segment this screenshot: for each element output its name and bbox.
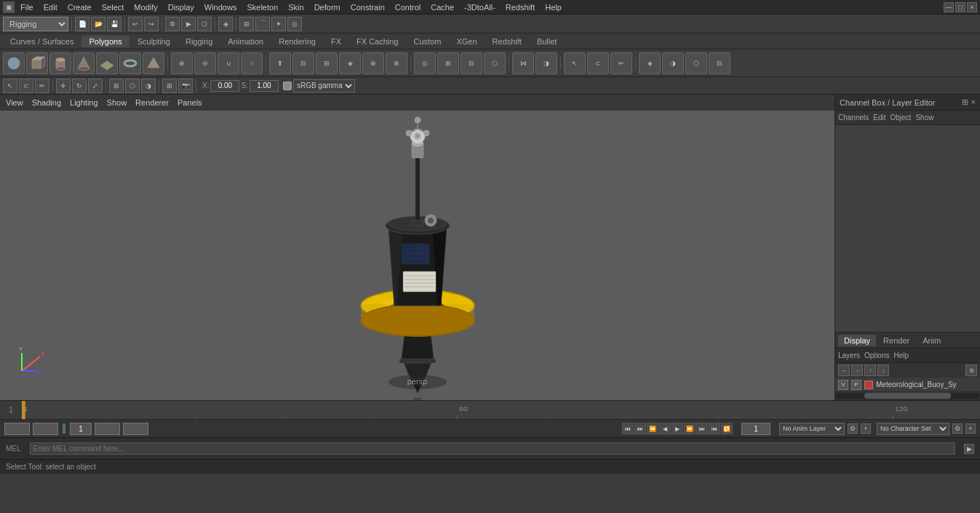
minimize-icon[interactable]: —	[944, 2, 954, 12]
scale-tool-icon[interactable]: ⤢	[88, 79, 103, 93]
combine-icon[interactable]: ⊕	[171, 52, 193, 74]
channel-box-close-icon[interactable]: ×	[971, 98, 976, 107]
mel-execute-icon[interactable]: ▶	[964, 444, 974, 454]
snap-to-view-icon[interactable]: ◎	[287, 17, 302, 31]
layers-scrollbar[interactable]	[835, 393, 980, 400]
separate-icon[interactable]: ⊖	[194, 52, 216, 74]
anim-layer-select[interactable]: No Anim Layer	[779, 423, 845, 435]
scale-input[interactable]: 1.00	[250, 80, 279, 92]
shelf-tab-polygons[interactable]: Polygons	[81, 36, 129, 47]
move-up-icon[interactable]: ↑	[864, 365, 876, 376]
paint-icon[interactable]: ✏	[610, 52, 632, 74]
xray-icon[interactable]: ◈	[639, 52, 661, 74]
vp-menu-shading[interactable]: Shading	[32, 98, 61, 107]
save-scene-icon[interactable]: 💾	[107, 17, 121, 31]
poly-torus-icon[interactable]	[119, 52, 141, 74]
smooth-shaded-icon[interactable]: ◑	[141, 79, 156, 93]
lasso-icon[interactable]: ⊂	[587, 52, 609, 74]
ipr-render-icon[interactable]: ⬡	[197, 17, 212, 31]
fill-hole-icon[interactable]: ◈	[339, 52, 361, 74]
rotate-tool-icon[interactable]: ↻	[72, 79, 87, 93]
wireframe-on-shaded-icon[interactable]: ⬡	[125, 79, 140, 93]
undo-icon[interactable]: ↩	[128, 17, 143, 31]
next-frame-btn[interactable]: ⏩	[684, 423, 696, 434]
merge-icon[interactable]: ⊕	[362, 52, 384, 74]
time-ruler[interactable]: 1 60 120	[22, 401, 980, 420]
poly-cone-icon[interactable]	[73, 52, 95, 74]
move-down-icon[interactable]: ↓	[877, 365, 889, 376]
bridge-icon[interactable]: ⊟	[292, 52, 314, 74]
mirror-icon[interactable]: ⋈	[512, 52, 534, 74]
play-fwd-btn[interactable]: ▶	[672, 423, 683, 434]
step-back-btn[interactable]: ⏭	[634, 423, 646, 434]
menu-display[interactable]: Display	[164, 1, 199, 13]
shelf-tab-curves[interactable]: Curves / Surfaces	[3, 36, 81, 47]
shelf-tab-rendering[interactable]: Rendering	[271, 36, 323, 47]
new-layer-icon[interactable]: ←	[838, 365, 850, 376]
goto-start-btn[interactable]: ⏮	[622, 423, 634, 434]
poly-cylinder-icon[interactable]	[49, 52, 71, 74]
grid-toggle-icon[interactable]: ⊞	[162, 79, 177, 93]
step-fwd-btn[interactable]: ⏭	[696, 423, 708, 434]
maximize-icon[interactable]: □	[955, 2, 965, 12]
menu-file[interactable]: File	[16, 1, 38, 13]
open-scene-icon[interactable]: 📂	[91, 17, 105, 31]
loop-btn[interactable]: 🔁	[721, 423, 733, 434]
disp-tab-anim[interactable]: Anim	[917, 335, 947, 346]
layer-options-icon[interactable]: ⚙	[965, 365, 977, 376]
shelf-tab-xgen[interactable]: XGen	[449, 36, 484, 47]
menu-cache[interactable]: Cache	[426, 1, 458, 13]
coord-x-input[interactable]: 0.00	[210, 80, 239, 92]
menu-control[interactable]: Control	[391, 1, 425, 13]
layer-row-meteorological[interactable]: V P Meteorological_Buoy_Sy	[835, 378, 980, 392]
layer-playback-btn[interactable]: P	[851, 380, 861, 390]
range-start-input[interactable]	[70, 423, 92, 435]
mode-selector[interactable]: Rigging Modeling Animation	[3, 17, 68, 31]
poly-cube-icon[interactable]	[26, 52, 48, 74]
move-tool-icon[interactable]: ✛	[56, 79, 71, 93]
mel-input-field[interactable]	[30, 442, 955, 455]
viewport-3d[interactable]: View Shading Lighting Show Renderer Pane…	[0, 95, 834, 400]
anim-layer-plus-icon[interactable]: +	[861, 423, 871, 434]
boolean-diff-icon[interactable]: ∩	[241, 52, 263, 74]
cb-tab-object[interactable]: Object	[891, 114, 912, 122]
poly-display-icon[interactable]: ⊞	[109, 79, 124, 93]
cb-tab-channels[interactable]: Channels	[838, 114, 869, 122]
vp-menu-panels[interactable]: Panels	[178, 98, 202, 107]
camera-tool-icon[interactable]: 📷	[178, 79, 193, 93]
select-tool-icon[interactable]: ↖	[3, 79, 17, 93]
offset-edge-icon[interactable]: ⊟	[461, 52, 482, 74]
shelf-tab-bullet[interactable]: Bullet	[530, 36, 565, 47]
disp-tab-render[interactable]: Render	[877, 335, 915, 346]
scrollbar-thumb[interactable]	[864, 393, 950, 399]
wireframe-icon[interactable]: ⬡	[685, 52, 707, 74]
vp-menu-view[interactable]: View	[6, 98, 23, 107]
anim-start-input[interactable]: 1	[4, 423, 30, 435]
menu-edit[interactable]: Edit	[39, 1, 62, 13]
menu-select[interactable]: Select	[97, 1, 129, 13]
select-icon[interactable]: ↖	[564, 52, 586, 74]
cb-tab-show[interactable]: Show	[915, 114, 933, 122]
shelf-tab-sculpting[interactable]: Sculpting	[130, 36, 178, 47]
display-settings-icon[interactable]: ◈	[218, 17, 233, 31]
menu-3dto[interactable]: -3DtoAll-	[460, 1, 500, 13]
cb-tab-edit[interactable]: Edit	[873, 114, 885, 122]
layers-menu-help[interactable]: Help	[893, 351, 909, 359]
snap-to-point-icon[interactable]: ✦	[271, 17, 286, 31]
close-icon[interactable]: ×	[967, 2, 977, 12]
edge-loop-icon[interactable]: ◎	[414, 52, 436, 74]
menu-skeleton[interactable]: Skeleton	[242, 1, 282, 13]
layer-visibility-btn[interactable]: V	[838, 380, 848, 390]
shelf-tab-rigging[interactable]: Rigging	[178, 36, 220, 47]
weld-icon[interactable]: ⊗	[386, 52, 407, 74]
vp-menu-show[interactable]: Show	[107, 98, 127, 107]
backface-icon[interactable]: ◑	[662, 52, 684, 74]
shelf-tab-fxcaching[interactable]: FX Caching	[349, 36, 405, 47]
prev-frame-btn[interactable]: ⏪	[647, 423, 658, 434]
bevel-icon[interactable]: ⬡	[484, 52, 506, 74]
boolean-union-icon[interactable]: ∪	[218, 52, 239, 74]
shelf-tab-animation[interactable]: Animation	[220, 36, 271, 47]
poly-plane-icon[interactable]	[96, 52, 118, 74]
prev-layer-icon[interactable]: →	[851, 365, 863, 376]
snap-to-curve-icon[interactable]: ⌒	[255, 17, 270, 31]
